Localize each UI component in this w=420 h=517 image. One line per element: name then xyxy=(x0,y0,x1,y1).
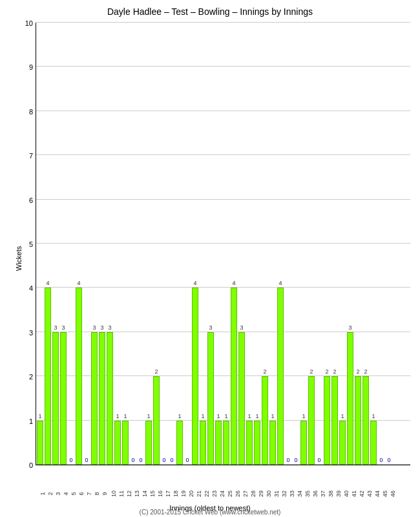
bar-value-label: 2 xyxy=(331,368,339,375)
bar-group: 216 xyxy=(152,376,160,465)
x-tick-label: 25 xyxy=(227,491,233,497)
bar xyxy=(231,288,237,465)
chart-area: 0123456789101142333405460738393101111120… xyxy=(36,23,410,465)
bar xyxy=(122,421,129,465)
bar xyxy=(308,376,315,465)
bar-value-label: 2 xyxy=(152,368,160,375)
bar-group: 242 xyxy=(354,376,361,465)
x-tick-label: 7 xyxy=(86,492,92,495)
bar-group: 426 xyxy=(230,288,237,465)
bar-value-label: 1 xyxy=(114,413,121,419)
bar-value-label: 1 xyxy=(246,413,253,419)
bar-value-label: 3 xyxy=(207,324,215,331)
bar-group: 38 xyxy=(90,332,98,465)
bar-value-label: 0 xyxy=(137,457,145,463)
grid-line xyxy=(36,111,410,111)
x-tick-label: 20 xyxy=(188,491,194,497)
grid-line xyxy=(36,287,410,288)
x-tick-label: 23 xyxy=(211,491,218,497)
x-tick-label: 13 xyxy=(134,491,140,497)
x-tick-label: 29 xyxy=(258,491,264,497)
bar-value-label: 2 xyxy=(308,368,315,375)
grid-line xyxy=(36,66,410,67)
x-tick-label: 30 xyxy=(266,491,272,497)
bar-value-label: 3 xyxy=(98,324,106,331)
x-tick-label: 34 xyxy=(297,491,303,497)
x-tick-label: 43 xyxy=(366,491,373,497)
bar xyxy=(99,332,105,465)
copyright: (C) 2001-2015 Cricket Web (www.cricketwe… xyxy=(0,509,420,516)
bar xyxy=(176,421,183,465)
bar xyxy=(362,376,369,465)
bar xyxy=(355,376,361,465)
x-tick-label: 12 xyxy=(126,491,132,497)
x-tick-label: 8 xyxy=(94,492,100,495)
bar-value-label: 1 xyxy=(36,413,44,419)
bar xyxy=(246,421,253,465)
bar xyxy=(300,421,307,465)
bar xyxy=(254,421,260,465)
bar-value-label: 0 xyxy=(377,457,385,463)
grid-line xyxy=(36,22,410,23)
bar-value-label: 3 xyxy=(346,324,354,331)
bar-value-label: 1 xyxy=(370,413,377,419)
bar-group: 327 xyxy=(238,332,245,465)
bar xyxy=(370,421,377,465)
bar xyxy=(277,288,284,465)
bar-value-label: 0 xyxy=(292,457,300,463)
bar-value-label: 0 xyxy=(284,457,292,463)
y-tick-label: 6 xyxy=(17,196,33,204)
x-tick-label: 44 xyxy=(374,491,381,497)
x-tick-label: 21 xyxy=(196,491,202,497)
bar xyxy=(76,288,82,465)
x-tick-label: 22 xyxy=(204,491,210,497)
bar-value-label: 4 xyxy=(277,280,284,286)
x-tick-label: 24 xyxy=(219,491,226,497)
bar-value-label: 1 xyxy=(121,413,129,419)
bar-value-label: 4 xyxy=(230,280,238,286)
x-tick-label: 10 xyxy=(110,491,117,497)
x-tick-label: 39 xyxy=(335,491,342,497)
bar xyxy=(145,421,152,465)
bar-group: 239 xyxy=(331,376,338,465)
bar-group: 323 xyxy=(207,332,214,465)
y-tick-label: 1 xyxy=(17,417,33,425)
bar-value-label: 1 xyxy=(300,413,308,419)
bar-value-label: 3 xyxy=(106,324,114,331)
bar-group: 128 xyxy=(246,421,253,465)
bar-value-label: 1 xyxy=(253,413,261,419)
bar-value-label: 2 xyxy=(362,368,370,375)
bar-group: 432 xyxy=(277,288,284,465)
bar xyxy=(262,376,268,465)
x-tick-label: 36 xyxy=(312,491,319,497)
y-tick-label: 2 xyxy=(17,373,33,381)
x-tick-label: 31 xyxy=(273,491,280,497)
bar xyxy=(107,332,113,465)
x-tick-label: 1 xyxy=(39,492,46,495)
bar xyxy=(91,332,98,465)
bar xyxy=(52,332,59,465)
bar-value-label: 1 xyxy=(199,413,207,419)
bar-group: 140 xyxy=(339,421,346,465)
x-tick-label: 11 xyxy=(118,491,125,497)
bar-group: 33 xyxy=(52,332,59,465)
x-tick-label: 4 xyxy=(63,492,69,495)
bar-value-label: 2 xyxy=(354,368,362,375)
bar-group: 115 xyxy=(145,421,152,465)
x-tick-label: 35 xyxy=(304,491,311,497)
bar xyxy=(238,332,245,465)
bar-group: 124 xyxy=(215,421,222,465)
bar-value-label: 0 xyxy=(315,457,323,463)
bar-group: 144 xyxy=(370,421,377,465)
bar-value-label: 3 xyxy=(52,324,59,331)
bar xyxy=(153,376,160,465)
bar xyxy=(200,421,206,465)
bar xyxy=(37,421,43,465)
bar xyxy=(192,288,198,465)
bar-group: 236 xyxy=(308,376,315,465)
x-tick-label: 42 xyxy=(359,491,365,497)
bar-group: 111 xyxy=(114,421,121,465)
bar-group: 119 xyxy=(176,421,183,465)
x-tick-label: 37 xyxy=(320,491,326,497)
bar xyxy=(45,288,51,465)
